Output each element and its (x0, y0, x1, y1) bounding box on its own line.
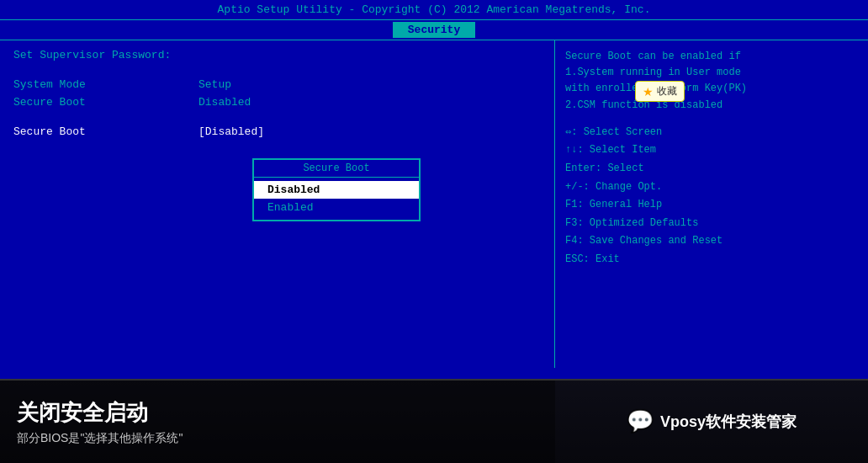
tab-security[interactable]: Security (393, 22, 475, 38)
bottom-bar: 关闭安全启动 部分BIOS是"选择其他操作系统" 💬 Vposy软件安装管家 (0, 379, 868, 463)
shortcut-f1: F1: General Help (565, 196, 858, 215)
left-panel: Set Supervisor Password: System Mode Set… (0, 40, 555, 368)
shortcut-select-item: ↑↓: Select Item (565, 141, 858, 160)
popup-title: Secure Boot (254, 160, 419, 178)
system-mode-item: System Mode Setup (13, 78, 541, 91)
bottom-right: 💬 Vposy软件安装管家 (555, 381, 868, 463)
shortcut-change-opt: +/-: Change Opt. (565, 178, 858, 197)
bios-header: Aptio Setup Utility - Copyright (C) 2012… (0, 0, 868, 20)
secure-boot-status-label: Secure Boot (13, 96, 198, 109)
bookmark-tooltip[interactable]: ★ 收藏 (635, 81, 685, 102)
system-mode-value: Setup (198, 78, 231, 91)
shortcut-f4: F4: Save Changes and Reset (565, 232, 858, 251)
bottom-subtitle: 部分BIOS是"选择其他操作系统" (17, 431, 538, 446)
help-line-3: with enrolled Platform Key(PK) (565, 81, 858, 97)
help-line-4: 2.CSM function is disabled (565, 98, 858, 114)
secure-boot-option-value: [Disabled] (198, 125, 264, 138)
popup-option-disabled[interactable]: Disabled (254, 181, 419, 199)
tab-row: Security (0, 20, 868, 40)
secure-boot-popup: Secure Boot Disabled Enabled (252, 158, 421, 221)
help-text: Secure Boot can be enabled if 1.System r… (565, 49, 858, 114)
brand-text: Vposy软件安装管家 (660, 412, 797, 432)
shortcut-select-screen: ⇔: Select Screen (565, 124, 858, 142)
bottom-title: 关闭安全启动 (17, 398, 538, 428)
popup-options: Disabled Enabled (254, 178, 419, 220)
supervisor-password-item[interactable]: Set Supervisor Password: (13, 49, 541, 61)
help-line-2: 1.System running in User mode (565, 65, 858, 81)
secure-boot-status-item: Secure Boot Disabled (13, 96, 541, 109)
bottom-left: 关闭安全启动 部分BIOS是"选择其他操作系统" (0, 381, 555, 463)
supervisor-password-label: Set Supervisor Password: (13, 49, 198, 61)
shortcut-esc: ESC: Exit (565, 251, 858, 269)
shortcuts: ⇔: Select Screen ↑↓: Select Item Enter: … (565, 124, 858, 269)
shortcut-enter: Enter: Select (565, 160, 858, 178)
shortcut-f3: F3: Optimized Defaults (565, 215, 858, 233)
bookmark-label: 收藏 (657, 84, 677, 98)
bookmark-star-icon: ★ (643, 85, 654, 98)
secure-boot-option-label: Secure Boot (13, 125, 198, 138)
right-panel: Secure Boot can be enabled if 1.System r… (555, 40, 868, 368)
secure-boot-option-item[interactable]: Secure Boot [Disabled] (13, 125, 541, 138)
header-title: Aptio Setup Utility - Copyright (C) 2012… (218, 3, 651, 16)
system-mode-label: System Mode (13, 78, 198, 91)
main-content: Set Supervisor Password: System Mode Set… (0, 40, 868, 368)
secure-boot-status-value: Disabled (198, 96, 251, 109)
blank-row-2 (13, 114, 541, 125)
popup-option-enabled[interactable]: Enabled (254, 199, 419, 216)
blank-row-1 (13, 67, 541, 78)
help-line-1: Secure Boot can be enabled if (565, 49, 858, 65)
wechat-icon: 💬 (627, 408, 654, 435)
